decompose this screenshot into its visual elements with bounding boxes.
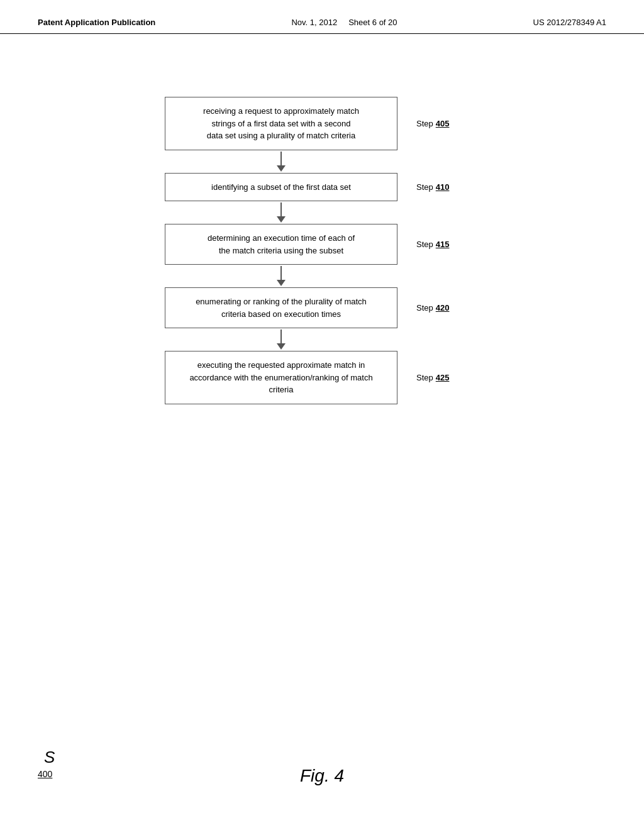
step-415-box: determining an execution time of each of… — [165, 224, 397, 265]
step-425-num: 425 — [436, 373, 450, 382]
step-425-label: Step 425 — [416, 373, 479, 382]
arrow-line-4 — [280, 329, 282, 343]
step-415-label: Step 415 — [416, 240, 479, 249]
step-405-box: receiving a request to approximately mat… — [165, 97, 397, 150]
flow-row-405: receiving a request to approximately mat… — [133, 97, 511, 150]
arrow-4 — [133, 328, 511, 351]
step-410-box: identifying a subset of the first data s… — [165, 173, 397, 202]
flowchart: receiving a request to approximately mat… — [133, 97, 511, 404]
arrow-line-3 — [280, 266, 282, 280]
flow-row-415: determining an execution time of each of… — [133, 224, 511, 265]
step-420-box: enumerating or ranking of the plurality … — [165, 287, 397, 328]
arrow-wrap-1 — [277, 152, 286, 172]
arrow-3 — [133, 265, 511, 287]
arrow-line-1 — [280, 152, 282, 165]
step-405-label: Step 405 — [416, 119, 479, 128]
patent-page: Patent Application Publication Nov. 1, 2… — [0, 0, 644, 830]
step-410-num: 410 — [436, 182, 450, 192]
page-header: Patent Application Publication Nov. 1, 2… — [0, 0, 644, 34]
header-sheet: Sheet 6 of 20 — [348, 18, 397, 27]
fig-label-area: Fig. 4 — [0, 766, 644, 786]
arrow-head-4 — [277, 343, 286, 350]
step-410-label: Step 410 — [416, 182, 479, 192]
flow-row-425: executing the requested approximate matc… — [133, 351, 511, 404]
arrow-head-3 — [277, 280, 286, 286]
arrow-wrap-2 — [277, 202, 286, 223]
arrow-head-2 — [277, 216, 286, 223]
header-date: Nov. 1, 2012 — [291, 18, 337, 27]
fig-label: Fig. 4 — [300, 766, 344, 786]
step-420-num: 420 — [436, 303, 450, 313]
step-405-num: 405 — [436, 119, 450, 128]
flow-row-410: identifying a subset of the first data s… — [133, 173, 511, 202]
arrow-line-2 — [280, 202, 282, 216]
step-415-num: 415 — [436, 240, 450, 249]
main-content: receiving a request to approximately mat… — [0, 34, 644, 404]
arrow-2 — [133, 201, 511, 224]
header-center: Nov. 1, 2012 Sheet 6 of 20 — [291, 18, 397, 27]
arrow-wrap-4 — [277, 329, 286, 350]
header-left: Patent Application Publication — [38, 18, 155, 27]
header-right: US 2012/278349 A1 — [533, 18, 606, 27]
step-420-label: Step 420 — [416, 303, 479, 313]
flow-row-420: enumerating or ranking of the plurality … — [133, 287, 511, 328]
step-425-box: executing the requested approximate matc… — [165, 351, 397, 404]
arrow-head-1 — [277, 165, 286, 172]
ref-symbol: S — [44, 748, 55, 767]
arrow-1 — [133, 150, 511, 173]
arrow-wrap-3 — [277, 266, 286, 286]
